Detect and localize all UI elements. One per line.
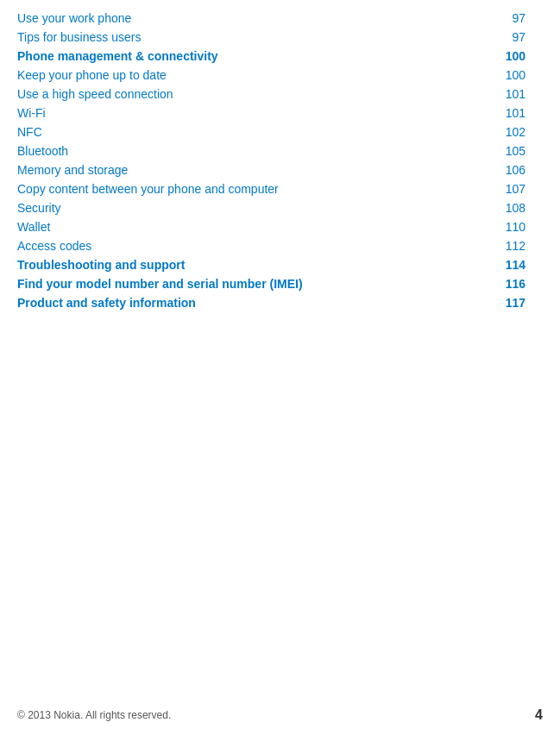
- toc-page: 100: [500, 68, 525, 82]
- toc-page: 107: [500, 182, 525, 196]
- toc-page: 110: [500, 220, 525, 234]
- toc-row[interactable]: Use your work phone97: [17, 9, 525, 28]
- footer: © 2013 Nokia. All rights reserved. 4: [17, 707, 543, 723]
- toc-page: 97: [500, 30, 525, 44]
- toc-row[interactable]: Product and safety information117: [17, 293, 525, 312]
- toc-page: 101: [500, 106, 525, 120]
- page-number: 4: [535, 707, 543, 723]
- toc-row[interactable]: Find your model number and serial number…: [17, 274, 525, 293]
- toc-page: 102: [500, 125, 525, 139]
- toc-page: 105: [500, 144, 525, 158]
- toc-page: 106: [500, 163, 525, 177]
- toc-row[interactable]: Bluetooth105: [17, 141, 525, 160]
- toc-label: Copy content between your phone and comp…: [17, 182, 500, 196]
- toc-row[interactable]: Copy content between your phone and comp…: [17, 179, 525, 198]
- toc-label: Tips for business users: [17, 30, 500, 44]
- toc-page: 114: [500, 258, 525, 272]
- toc-label: Access codes: [17, 239, 500, 253]
- toc-page: 97: [500, 11, 525, 25]
- copyright-text: © 2013 Nokia. All rights reserved.: [17, 709, 171, 721]
- toc-page: 108: [500, 201, 525, 215]
- toc-row[interactable]: Use a high speed connection101: [17, 85, 525, 104]
- toc-row[interactable]: Keep your phone up to date100: [17, 66, 525, 85]
- toc-row[interactable]: Security108: [17, 198, 525, 217]
- toc-label: Security: [17, 201, 500, 215]
- toc-row[interactable]: Wi-Fi101: [17, 104, 525, 122]
- toc-row[interactable]: Phone management & connectivity100: [17, 47, 525, 66]
- toc-row[interactable]: Wallet110: [17, 217, 525, 236]
- toc-label: Wi-Fi: [17, 106, 500, 120]
- toc-label: Use a high speed connection: [17, 87, 500, 101]
- toc-label: Keep your phone up to date: [17, 68, 500, 82]
- toc-label: NFC: [17, 125, 500, 139]
- toc-row[interactable]: Troubleshooting and support114: [17, 255, 525, 274]
- toc-row[interactable]: Memory and storage106: [17, 160, 525, 179]
- toc-label: Bluetooth: [17, 144, 500, 158]
- toc-page: 116: [500, 277, 525, 291]
- toc-label: Find your model number and serial number…: [17, 277, 500, 291]
- toc-row[interactable]: Tips for business users97: [17, 28, 525, 47]
- toc-page: 101: [500, 87, 525, 101]
- toc-row[interactable]: Access codes112: [17, 236, 525, 255]
- toc-container: Use your work phone97Tips for business u…: [0, 0, 560, 321]
- toc-row[interactable]: NFC102: [17, 122, 525, 141]
- toc-label: Phone management & connectivity: [17, 49, 500, 63]
- toc-page: 112: [500, 239, 525, 253]
- toc-label: Wallet: [17, 220, 500, 234]
- toc-label: Product and safety information: [17, 296, 500, 310]
- toc-page: 117: [500, 296, 525, 310]
- toc-label: Use your work phone: [17, 11, 500, 25]
- toc-label: Memory and storage: [17, 163, 500, 177]
- toc-page: 100: [500, 49, 525, 63]
- toc-label: Troubleshooting and support: [17, 258, 500, 272]
